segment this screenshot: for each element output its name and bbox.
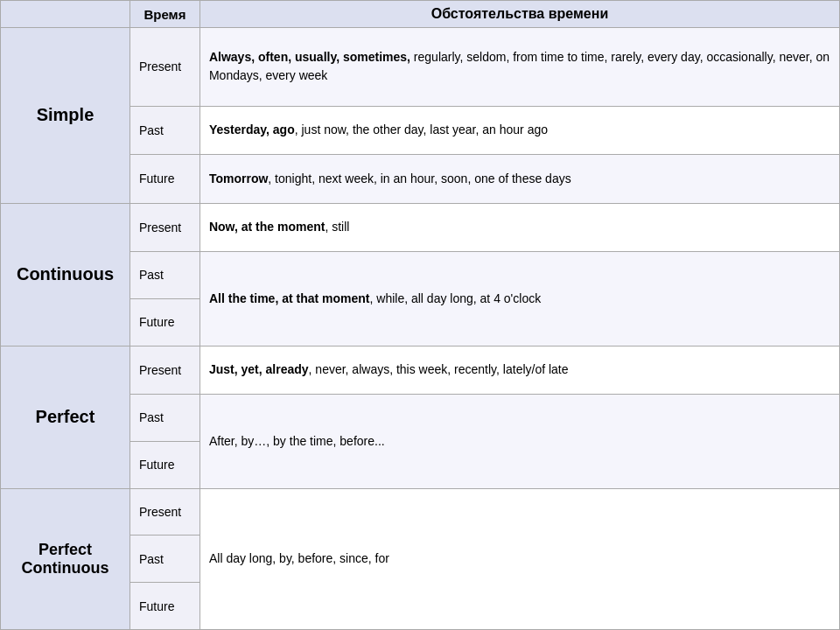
header-time: Время <box>130 1 200 28</box>
tense-future: Future <box>130 155 200 203</box>
table-row: PerfectContinuous Present All day long, … <box>1 488 840 536</box>
tense-past: Past <box>130 394 200 441</box>
table-row: Simple Present Always, often, usually, s… <box>1 28 840 107</box>
category-continuous: Continuous <box>1 203 130 346</box>
tense-present: Present <box>130 488 200 536</box>
category-simple: Simple <box>1 28 130 204</box>
header-category <box>1 1 130 28</box>
tense-future: Future <box>130 298 200 346</box>
tense-future: Future <box>130 583 200 630</box>
adverbs-perfect-continuous: All day long, by, before, since, for <box>200 488 839 629</box>
header-adverbs: Обстоятельства времени <box>200 1 839 28</box>
category-perfect: Perfect <box>1 346 130 488</box>
tense-table: Время Обстоятельства времени Simple Pres… <box>0 0 840 630</box>
tense-past: Past <box>130 251 200 298</box>
adverbs-perfect-present: Just, yet, already, never, always, this … <box>200 346 839 394</box>
tense-past: Past <box>130 106 200 154</box>
adverbs-simple-past: Yesterday, ago, just now, the other day,… <box>200 106 839 154</box>
table-row: Continuous Present Now, at the moment, s… <box>1 203 840 251</box>
tense-present: Present <box>130 28 200 107</box>
adverbs-simple-future: Tomorrow, tonight, next week, in an hour… <box>200 155 839 203</box>
adverbs-continuous-present: Now, at the moment, still <box>200 203 839 251</box>
adverbs-continuous-past-future: All the time, at that moment, while, all… <box>200 251 839 346</box>
tense-future: Future <box>130 441 200 488</box>
adverbs-simple-present: Always, often, usually, sometimes, regul… <box>200 28 839 107</box>
category-perfect-continuous: PerfectContinuous <box>1 488 130 629</box>
adverbs-perfect-past-future: After, by…, by the time, before... <box>200 394 839 488</box>
tense-past: Past <box>130 536 200 583</box>
table-row: Perfect Present Just, yet, already, neve… <box>1 346 840 394</box>
table-wrapper: Время Обстоятельства времени Simple Pres… <box>0 0 840 630</box>
tense-present: Present <box>130 203 200 251</box>
tense-present: Present <box>130 346 200 394</box>
